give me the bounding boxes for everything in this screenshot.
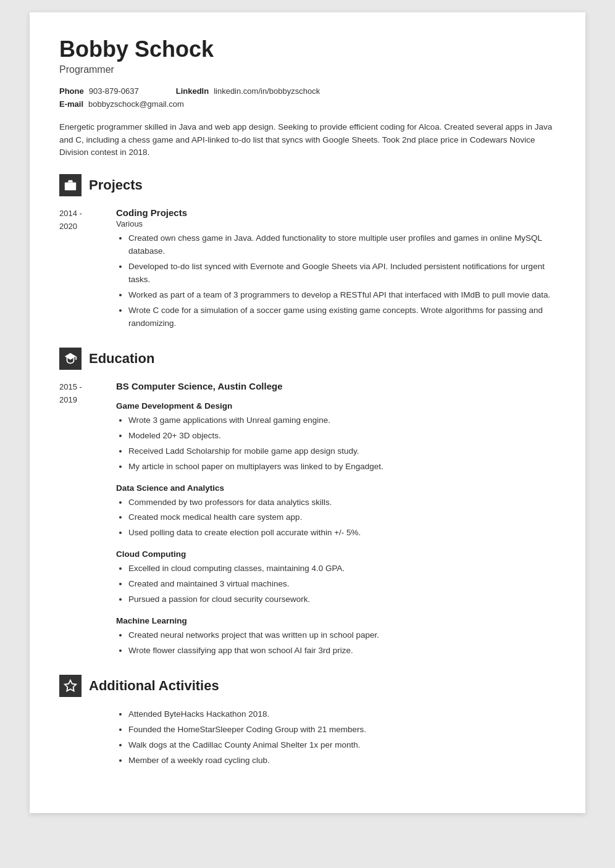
- list-item: Commended by two professors for data ana…: [128, 496, 556, 509]
- game-bullets: Wrote 3 game applications with Unreal ga…: [116, 414, 556, 474]
- projects-content: Coding Projects Various Created own ches…: [116, 207, 556, 332]
- subsection-cloud-title: Cloud Computing: [116, 549, 556, 559]
- education-entry: 2015 - 2019 BS Computer Science, Austin …: [59, 381, 556, 660]
- projects-entry-title: Coding Projects: [116, 207, 556, 218]
- data-bullets: Commended by two professors for data ana…: [116, 496, 556, 540]
- email-label: E-mail: [59, 99, 83, 109]
- list-item: Pursued a passion for cloud security cou…: [128, 593, 556, 606]
- ml-bullets: Created neural networks project that was…: [116, 629, 556, 657]
- subsection-data-title: Data Science and Analytics: [116, 483, 556, 493]
- projects-title: Projects: [89, 177, 143, 193]
- svg-marker-4: [65, 680, 76, 691]
- list-item: Used polling data to create election pol…: [128, 527, 556, 540]
- additional-title: Additional Activities: [89, 678, 219, 694]
- projects-date-end: 2020: [59, 222, 77, 231]
- additional-bullets: Attended ByteHacks Hackathon 2018. Found…: [116, 708, 556, 767]
- additional-header: Additional Activities: [59, 675, 556, 697]
- list-item: Excelled in cloud computing classes, mai…: [128, 562, 556, 575]
- list-item: Wrote 3 game applications with Unreal ga…: [128, 414, 556, 427]
- list-item: My article in school paper on multiplaye…: [128, 461, 556, 474]
- education-icon: [59, 348, 82, 370]
- projects-dates: 2014 - 2020: [59, 207, 101, 332]
- additional-icon: [59, 675, 82, 697]
- additional-section: Additional Activities Attended ByteHacks…: [59, 675, 556, 767]
- list-item: Created neural networks project that was…: [128, 629, 556, 642]
- projects-entry: 2014 - 2020 Coding Projects Various Crea…: [59, 207, 556, 332]
- list-item: Modeled 20+ 3D objects.: [128, 430, 556, 443]
- linkedin-label: LinkedIn: [176, 86, 209, 96]
- list-item: Created own chess game in Java. Added fu…: [128, 232, 556, 258]
- projects-icon: [59, 174, 82, 196]
- education-title: Education: [89, 351, 154, 367]
- applicant-title: Programmer: [59, 64, 556, 75]
- projects-section: Projects 2014 - 2020 Coding Projects Var…: [59, 174, 556, 332]
- contact-row-1: Phone 903-879-0637 LinkedIn linkedin.com…: [59, 86, 556, 96]
- projects-date-start: 2014 -: [59, 209, 82, 218]
- list-item: Worked as part of a team of 3 programmer…: [128, 289, 556, 302]
- list-item: Founded the HomeStarSleeper Coding Group…: [128, 724, 556, 737]
- svg-rect-0: [65, 183, 76, 191]
- projects-entry-subtitle: Various: [116, 219, 556, 228]
- projects-header: Projects: [59, 174, 556, 196]
- phone-contact: Phone 903-879-0637: [59, 86, 139, 96]
- list-item: Wrote flower classifying app that won sc…: [128, 645, 556, 657]
- education-entry-title: BS Computer Science, Austin College: [116, 381, 556, 391]
- education-content: BS Computer Science, Austin College Game…: [116, 381, 556, 660]
- linkedin-contact: LinkedIn linkedin.com/in/bobbyzschock: [176, 86, 320, 96]
- email-value: bobbyzschock@gmail.com: [88, 99, 184, 109]
- applicant-name: Bobby Schock: [59, 37, 556, 62]
- subsection-ml-title: Machine Learning: [116, 616, 556, 625]
- education-section: Education 2015 - 2019 BS Computer Scienc…: [59, 348, 556, 660]
- list-item: Received Ladd Scholarship for mobile gam…: [128, 445, 556, 458]
- subsection-game-title: Game Development & Design: [116, 401, 556, 411]
- list-item: Developed to-do list synced with Evernot…: [128, 261, 556, 286]
- contact-row-2: E-mail bobbyzschock@gmail.com: [59, 99, 556, 109]
- education-dates: 2015 - 2019: [59, 381, 101, 660]
- education-date-end: 2019: [59, 395, 77, 404]
- projects-bullets: Created own chess game in Java. Added fu…: [116, 232, 556, 330]
- resume-container: Bobby Schock Programmer Phone 903-879-06…: [30, 12, 585, 813]
- list-item: Created and maintained 3 virtual machine…: [128, 578, 556, 591]
- list-item: Walk dogs at the Cadillac County Animal …: [128, 739, 556, 752]
- list-item: Attended ByteHacks Hackathon 2018.: [128, 708, 556, 721]
- linkedin-value: linkedin.com/in/bobbyzschock: [214, 86, 320, 96]
- cloud-bullets: Excelled in cloud computing classes, mai…: [116, 562, 556, 606]
- summary-text: Energetic programmer skilled in Java and…: [59, 121, 556, 160]
- list-item: Created mock medical health care system …: [128, 511, 556, 524]
- list-item: Member of a weekly road cycling club.: [128, 754, 556, 767]
- phone-label: Phone: [59, 86, 84, 96]
- phone-value: 903-879-0637: [89, 86, 139, 96]
- email-contact: E-mail bobbyzschock@gmail.com: [59, 99, 184, 109]
- list-item: Wrote C code for a simulation of a socce…: [128, 304, 556, 330]
- education-header: Education: [59, 348, 556, 370]
- education-date-start: 2015 -: [59, 382, 82, 391]
